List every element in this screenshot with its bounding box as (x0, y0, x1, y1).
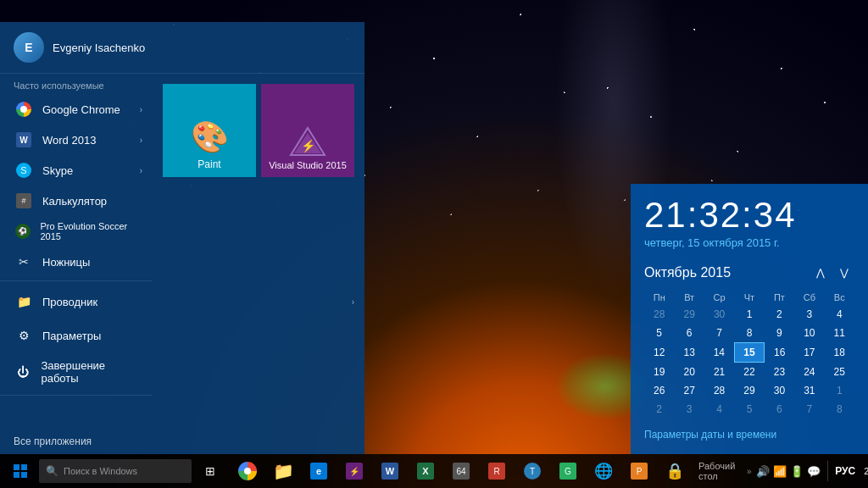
calendar-day[interactable]: 31 (794, 381, 824, 400)
app-3-icon: T (524, 463, 541, 480)
start-button[interactable] (3, 454, 37, 488)
taskbar-app-2[interactable]: R (480, 454, 514, 488)
pes-app-icon: ⚽ (14, 221, 31, 241)
taskbar-app-7[interactable]: 🔒 (658, 454, 692, 488)
app-7-icon: 🔒 (665, 462, 684, 480)
tile-vs[interactable]: ⚡ Visual Studio 2015 (261, 84, 354, 177)
calendar-row: 5 6 7 8 9 10 11 (644, 324, 854, 343)
calendar-day[interactable]: 2 (765, 305, 794, 324)
notification-icon[interactable]: 💬 (807, 465, 821, 478)
calendar-day[interactable]: 14 (704, 343, 734, 363)
language-indicator[interactable]: РУС (835, 465, 855, 477)
calendar-day[interactable]: 10 (794, 324, 824, 343)
svg-rect-3 (14, 464, 19, 470)
calendar-day[interactable]: 12 (644, 343, 674, 363)
calc-label: Калькулятор (42, 195, 107, 208)
calendar-day[interactable]: 28 (644, 305, 674, 324)
taskbar-search[interactable]: 🔍 Поиск в Windows (39, 459, 192, 483)
tile-paint[interactable]: 🎨 Paint (163, 84, 256, 177)
taskbar-app-1[interactable]: 64 (444, 454, 478, 488)
calendar-day[interactable]: 26 (644, 381, 674, 400)
taskbar-edge[interactable]: e (302, 454, 336, 488)
calendar-day[interactable]: 30 (765, 381, 794, 400)
calendar-day[interactable]: 6 (765, 400, 794, 419)
sidebar-item-pes[interactable]: ⚽ Pro Evolution Soccer 2015 (0, 216, 153, 247)
calendar-day[interactable]: 13 (674, 343, 704, 363)
calendar-day[interactable]: 20 (674, 363, 704, 382)
sidebar-item-calc[interactable]: # Калькулятор (0, 186, 153, 216)
sidebar-item-explorer[interactable]: 📁 Проводник › (0, 285, 153, 319)
calendar-day[interactable]: 11 (825, 324, 854, 343)
sidebar-item-word[interactable]: W Word 2013 › (0, 125, 153, 155)
calendar-day[interactable]: 17 (794, 343, 824, 363)
calendar-day[interactable]: 27 (674, 381, 704, 400)
sidebar-item-scissors[interactable]: ✂ Ножницы (0, 247, 153, 277)
taskbar-chrome[interactable] (231, 454, 264, 488)
all-apps-button[interactable]: Все приложения (0, 429, 153, 454)
calendar-day[interactable]: 6 (674, 324, 704, 343)
taskbar-word[interactable]: W (373, 454, 407, 488)
calendar-day[interactable]: 3 (794, 305, 824, 324)
calendar-day[interactable]: 2 (644, 400, 674, 419)
calendar-day[interactable]: 30 (704, 305, 734, 324)
weekday-mon: Пн (644, 290, 674, 305)
sidebar-item-shutdown[interactable]: ⏻ Завершение работы (0, 352, 153, 391)
taskbar-clock[interactable]: 21:32 (860, 466, 868, 476)
calendar-prev-button[interactable]: ⋀ (810, 263, 831, 283)
skype-arrow: › (140, 166, 142, 175)
frequent-label: Часто используемые (0, 74, 153, 94)
taskbar-app-5[interactable]: 🌐 (587, 454, 620, 488)
volume-icon[interactable]: 🔊 (756, 465, 770, 478)
calendar-day[interactable]: 16 (765, 343, 794, 363)
weekday-tue: Вт (674, 290, 704, 305)
avatar[interactable]: E (14, 32, 44, 63)
calendar-day[interactable]: 25 (825, 363, 854, 382)
taskbar-app-6[interactable]: P (622, 454, 656, 488)
calendar-day[interactable]: 22 (734, 363, 764, 382)
calendar-day[interactable]: 4 (825, 305, 854, 324)
calendar-day[interactable]: 4 (704, 400, 734, 419)
calendar-day[interactable]: 18 (825, 343, 854, 363)
calendar-day[interactable]: 29 (674, 305, 704, 324)
calendar-day[interactable]: 5 (734, 400, 764, 419)
calendar-month[interactable]: Октябрь 2015 (644, 265, 731, 280)
date-time-settings-link[interactable]: Параметры даты и времени (644, 429, 854, 441)
taskbar-vs[interactable]: ⚡ (337, 454, 371, 488)
desktop-label: Рабочий стол (698, 461, 742, 481)
excel-icon: X (417, 463, 434, 480)
taskbar-app-3[interactable]: T (515, 454, 549, 488)
calendar-day[interactable]: 8 (825, 400, 854, 419)
task-view-button[interactable]: ⊞ (193, 454, 227, 488)
sidebar-item-settings[interactable]: ⚙ Параметры (0, 319, 153, 352)
chrome-label: Google Chrome (42, 103, 120, 116)
shutdown-label: Завершение работы (41, 359, 139, 385)
calendar-day[interactable]: 3 (674, 400, 704, 419)
calendar-day[interactable]: 28 (704, 381, 734, 400)
battery-icon[interactable]: 🔋 (790, 465, 804, 478)
calendar-day[interactable]: 23 (765, 363, 794, 382)
vs-taskbar-icon: ⚡ (346, 463, 363, 480)
calendar-day[interactable]: 9 (765, 324, 794, 343)
calendar-day[interactable]: 19 (644, 363, 674, 382)
taskbar-excel[interactable]: X (409, 454, 442, 488)
calendar-day[interactable]: 5 (644, 324, 674, 343)
taskbar-app-4[interactable]: G (551, 454, 585, 488)
sidebar-item-skype[interactable]: S Skype › (0, 155, 153, 186)
windows-logo-icon (13, 463, 28, 479)
calendar-day[interactable]: 8 (734, 324, 764, 343)
calendar-day[interactable]: 29 (734, 381, 764, 400)
calendar-day[interactable]: 7 (794, 400, 824, 419)
calendar-day[interactable]: 1 (734, 305, 764, 324)
calendar-day[interactable]: 24 (794, 363, 824, 382)
calendar-day[interactable]: 1 (825, 381, 854, 400)
clock-time: 21:32:34 (644, 197, 854, 233)
scissors-app-icon: ✂ (14, 252, 34, 272)
calendar-today[interactable]: 15 (734, 343, 764, 363)
calendar-day[interactable]: 21 (704, 363, 734, 382)
taskbar-explorer[interactable]: 📁 (266, 454, 300, 488)
calendar-next-button[interactable]: ⋁ (834, 263, 854, 283)
calendar-day[interactable]: 7 (704, 324, 734, 343)
sidebar-item-chrome[interactable]: Google Chrome › (0, 94, 153, 125)
app-1-icon: 64 (453, 463, 470, 480)
network-icon[interactable]: 📶 (773, 465, 787, 478)
